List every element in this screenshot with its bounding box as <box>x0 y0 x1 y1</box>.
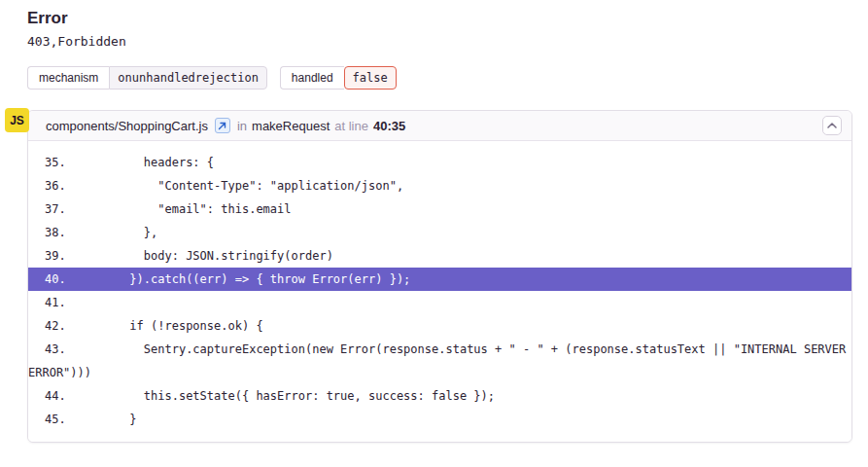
line-code: this.setState({ hasError: true, success:… <box>87 389 495 403</box>
line-number: 37. <box>28 198 87 221</box>
line-code: body: JSON.stringify(order) <box>87 249 333 263</box>
line-code: } <box>87 413 137 426</box>
line-number: 41. <box>28 291 87 314</box>
javascript-platform-icon: JS <box>5 108 29 132</box>
code-line: 36. "Content-Type": "application/json", <box>28 174 851 198</box>
line-number: 39. <box>28 244 87 268</box>
code-line: 44. this.setState({ hasError: true, succ… <box>28 384 851 408</box>
line-code: }).catch((err) => { throw Error(err) }); <box>87 272 410 286</box>
frame-card: components/ShoppingCart.js in makeReques… <box>27 110 852 443</box>
code-line: 35. headers: { <box>28 151 851 174</box>
code-line: 39. body: JSON.stringify(order) <box>28 244 851 268</box>
tag-value: false <box>344 66 397 90</box>
line-number: 45. <box>28 408 87 431</box>
code-line: 37. "email": this.email <box>28 198 851 221</box>
line-code: headers: { <box>87 156 214 169</box>
chevron-up-icon <box>827 123 837 128</box>
line-number: 43. <box>28 338 87 361</box>
function-name: makeRequest <box>252 119 330 133</box>
line-number: 42. <box>28 314 87 338</box>
tag-key: handled <box>280 66 344 90</box>
at-line-label: at line <box>334 119 368 133</box>
tags: mechanismonunhandledrejectionhandledfals… <box>27 66 868 90</box>
code-line: 41. <box>28 291 851 314</box>
line-number: 40. <box>28 268 87 291</box>
error-message: 403,Forbidden <box>0 28 868 50</box>
line-code: "email": this.email <box>87 202 292 216</box>
line-code: if (!response.ok) { <box>87 319 263 333</box>
tag-key: mechanism <box>27 66 109 90</box>
line-number: 36. <box>28 174 87 198</box>
in-label: in <box>237 119 247 133</box>
page-title: Error <box>0 0 868 28</box>
line-number: 38. <box>28 221 87 244</box>
collapse-frame-button[interactable] <box>822 116 842 135</box>
tag-value: onunhandledrejection <box>109 66 267 90</box>
tag-pill[interactable]: handledfalse <box>280 66 397 90</box>
code-line: 38. }, <box>28 221 851 244</box>
code-line: 42. if (!response.ok) { <box>28 314 851 338</box>
line-number: 44. <box>28 384 87 408</box>
line-code: }, <box>87 226 157 239</box>
line-code: "Content-Type": "application/json", <box>87 179 403 193</box>
external-link-icon[interactable] <box>215 118 230 133</box>
stack-frame: JS components/ShoppingCart.js in makeReq… <box>27 110 852 443</box>
frame-filename[interactable]: components/ShoppingCart.js <box>46 119 208 133</box>
code-line: 45. } <box>28 408 851 431</box>
line-number: 35. <box>28 151 87 174</box>
code-line-highlighted: 40. }).catch((err) => { throw Error(err)… <box>28 268 851 291</box>
code-block: 35. headers: {36. "Content-Type": "appli… <box>28 141 851 442</box>
tag-pill[interactable]: mechanismonunhandledrejection <box>27 66 267 90</box>
line-column-position: 40:35 <box>373 119 405 133</box>
code-line: 43. Sentry.captureException(new Error(re… <box>28 338 851 384</box>
frame-header[interactable]: components/ShoppingCart.js in makeReques… <box>28 111 851 141</box>
line-code: Sentry.captureException(new Error(respon… <box>28 342 852 379</box>
